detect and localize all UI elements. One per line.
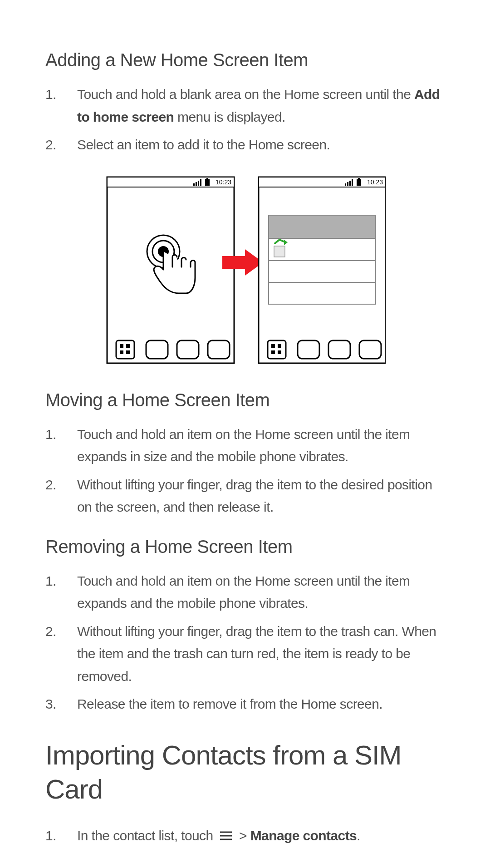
list-adding: Touch and hold a blank area on the Home … <box>45 83 445 156</box>
menu-list <box>269 215 376 304</box>
step-text: Touch and hold a blank area on the Home … <box>77 87 414 102</box>
svg-rect-3 <box>196 182 197 186</box>
svg-rect-24 <box>345 183 346 186</box>
svg-rect-20 <box>222 256 245 269</box>
svg-rect-5 <box>200 179 201 186</box>
step-text: Select an item to add it to the Home scr… <box>77 137 330 152</box>
svg-rect-14 <box>126 344 130 348</box>
step-text: . <box>357 828 360 843</box>
svg-rect-42 <box>278 350 281 354</box>
list-item: In the contact list, touch > Manage cont… <box>45 824 445 847</box>
step-text: Release the item to remove it from the H… <box>77 696 382 711</box>
step-text: Touch and hold an item on the Home scree… <box>77 427 410 464</box>
svg-rect-45 <box>359 340 381 359</box>
svg-rect-25 <box>347 182 348 186</box>
svg-rect-18 <box>177 340 199 359</box>
svg-rect-2 <box>193 183 195 186</box>
step-text: Touch and hold an item on the Home scree… <box>77 573 410 611</box>
svg-rect-13 <box>120 344 123 348</box>
illustration-svg: 10:23 <box>104 174 386 365</box>
svg-rect-17 <box>146 340 168 359</box>
list-item: Touch and hold an item on the Home scree… <box>45 423 445 468</box>
step-text: Without lifting your finger, drag the it… <box>77 624 436 684</box>
phone-right: 10:23 <box>259 177 386 363</box>
svg-rect-19 <box>208 340 230 359</box>
svg-rect-28 <box>357 179 361 186</box>
heading-adding: Adding a New Home Screen Item <box>45 50 445 70</box>
svg-rect-4 <box>198 181 199 186</box>
svg-rect-41 <box>271 350 275 354</box>
svg-rect-32 <box>269 216 375 238</box>
step-text: Without lifting your finger, drag the it… <box>77 477 432 515</box>
svg-rect-7 <box>206 178 208 179</box>
step-text: > <box>235 828 250 843</box>
list-item: Without lifting your finger, drag the it… <box>45 620 445 688</box>
status-time-left: 10:23 <box>216 178 231 186</box>
svg-rect-36 <box>274 246 285 257</box>
step-text-bold: Manage contacts <box>250 828 357 843</box>
svg-rect-27 <box>352 179 353 186</box>
svg-rect-38 <box>268 340 286 359</box>
step-text: menu is displayed. <box>174 109 285 124</box>
menu-lines-icon <box>219 831 233 841</box>
heading-importing: Importing Contacts from a SIM Card <box>45 738 445 806</box>
phone-left: 10:23 <box>107 177 234 363</box>
svg-rect-44 <box>328 340 350 359</box>
svg-rect-6 <box>205 179 210 186</box>
svg-rect-16 <box>126 350 130 354</box>
list-item: Release the item to remove it from the H… <box>45 693 445 715</box>
heading-moving: Moving a Home Screen Item <box>45 390 445 410</box>
svg-rect-40 <box>278 344 281 348</box>
svg-rect-26 <box>349 181 351 186</box>
list-item: Touch and hold an item on the Home scree… <box>45 570 445 615</box>
heading-removing: Removing a Home Screen Item <box>45 537 445 557</box>
list-item: Without lifting your finger, drag the it… <box>45 473 445 518</box>
list-moving: Touch and hold an item on the Home scree… <box>45 423 445 518</box>
status-time-right: 10:23 <box>367 178 383 186</box>
step-text: In the contact list, touch <box>77 828 216 843</box>
list-importing: In the contact list, touch > Manage cont… <box>45 824 445 847</box>
list-item: Touch and hold a blank area on the Home … <box>45 83 445 128</box>
list-item: Select an item to add it to the Home scr… <box>45 133 445 156</box>
list-removing: Touch and hold an item on the Home scree… <box>45 570 445 715</box>
svg-rect-39 <box>271 344 275 348</box>
svg-rect-15 <box>120 350 123 354</box>
svg-rect-12 <box>116 340 134 359</box>
svg-rect-29 <box>358 178 360 179</box>
figure-home-screen-add: 10:23 <box>45 174 445 365</box>
svg-rect-43 <box>298 340 319 359</box>
